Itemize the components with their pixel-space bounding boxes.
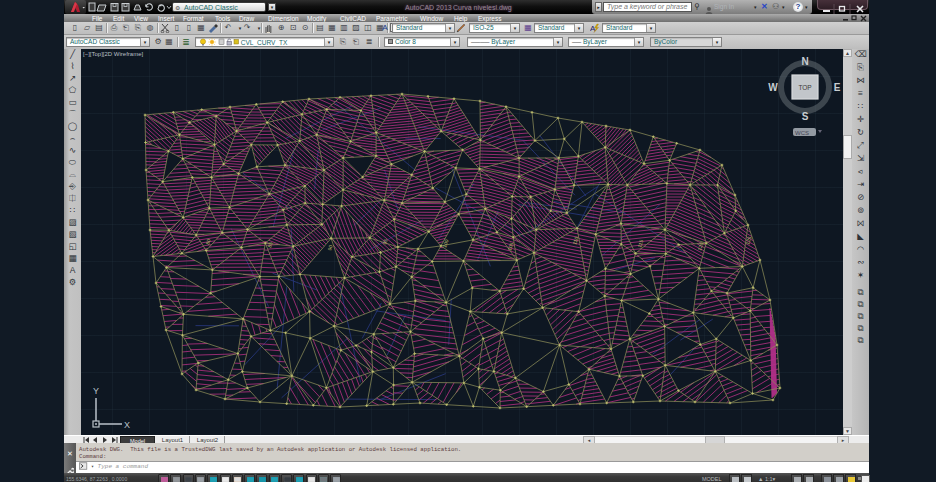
svg-text:120: 120: [696, 241, 704, 251]
svg-text:A: A: [590, 24, 596, 33]
svg-text:X: X: [124, 420, 130, 430]
svg-text:WCS: WCS: [795, 130, 809, 136]
svg-text:125: 125: [744, 235, 752, 245]
svg-text:S: S: [802, 111, 809, 122]
svg-text:100: 100: [441, 238, 449, 248]
svg-text:W: W: [768, 82, 778, 93]
svg-text:80: 80: [204, 238, 211, 245]
svg-text:90: 90: [326, 244, 333, 251]
svg-text:105: 105: [506, 241, 514, 251]
svg-text:TOP: TOP: [798, 84, 811, 91]
svg-text:N: N: [801, 56, 808, 67]
svg-text:Y: Y: [93, 386, 99, 396]
svg-text:E: E: [834, 82, 841, 93]
